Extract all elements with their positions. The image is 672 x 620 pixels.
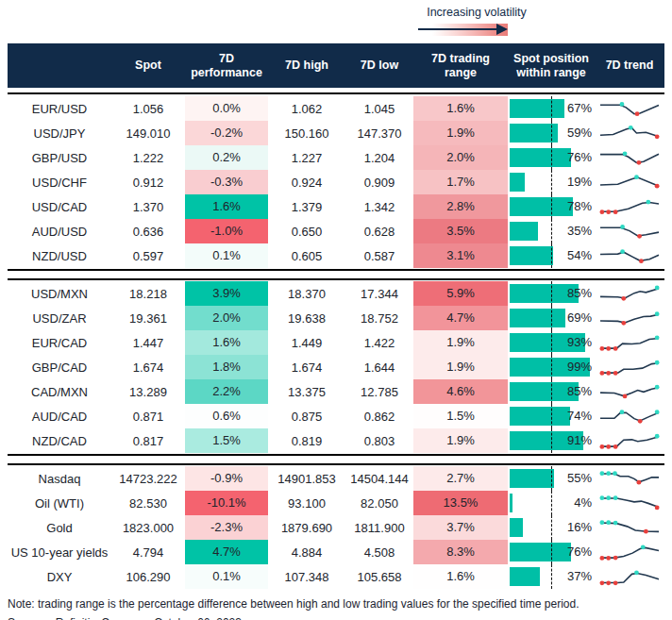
position-value: 55% [567, 466, 592, 491]
sparkline-dot [621, 296, 626, 301]
spot-value: 0.636 [111, 225, 185, 239]
trend-sparkline [598, 492, 661, 514]
performance-cell: -0.2% [185, 121, 268, 145]
position-value: 59% [567, 121, 592, 145]
position-bar [510, 246, 553, 265]
trend-sparkline [598, 405, 661, 427]
performance-cell: -0.3% [185, 170, 268, 194]
position-value: 91% [567, 428, 592, 453]
low-value: 1.342 [345, 200, 413, 214]
spot-position-cell: 59% [508, 121, 595, 145]
table-row: NZD/CAD0.8171.5%0.8190.8031.9%91% [8, 428, 664, 453]
row-label: USD/ZAR [8, 311, 111, 326]
trading-range-cell: 1.6% [413, 96, 508, 121]
sparkline-dot [623, 394, 628, 399]
trading-range-cell: 1.6% [413, 564, 508, 589]
high-value: 0.924 [268, 176, 345, 190]
low-value: 147.370 [345, 126, 413, 141]
sparkline-dot [606, 580, 611, 585]
trend-cell [595, 96, 664, 121]
table-row: USD/CHF0.912-0.3%0.9240.9091.7%19% [8, 170, 664, 194]
row-label: NZD/USD [8, 249, 111, 263]
row-label: Oil (WTI) [8, 496, 111, 511]
header-cell-high: 7D high [268, 59, 345, 72]
trading-range-cell: 2.0% [413, 145, 508, 170]
sparkline-dot [606, 471, 611, 476]
high-value: 1.449 [268, 336, 345, 350]
range-midline [551, 540, 552, 564]
sparkline-dot [655, 385, 660, 390]
trend-cell [595, 428, 664, 453]
sparkline-dot [613, 444, 618, 449]
range-midline [551, 404, 552, 428]
trend-sparkline [598, 565, 661, 588]
trend-sparkline [598, 146, 661, 169]
table-row: GBP/USD1.2220.2%1.2271.2042.0%76% [8, 145, 664, 170]
table-row: AUD/CAD0.8710.6%0.8750.8621.5%74% [8, 404, 664, 428]
performance-cell: 4.7% [185, 540, 268, 564]
trend-cell [595, 243, 664, 268]
trading-range-cell: 2.7% [413, 466, 508, 491]
spot-position-cell: 76% [508, 540, 595, 564]
range-midline [551, 281, 552, 306]
sparkline-dot [637, 160, 642, 165]
high-value: 1.062 [268, 102, 345, 116]
low-value: 4.508 [345, 545, 413, 560]
low-value: 1.644 [345, 360, 413, 375]
high-value: 1.379 [268, 200, 345, 214]
spot-value: 0.817 [111, 434, 185, 448]
range-midline [551, 428, 552, 453]
spot-value: 1.674 [111, 360, 185, 375]
sparkline-dot [634, 570, 639, 575]
low-value: 0.803 [345, 434, 413, 448]
sparkline-dot [606, 371, 611, 376]
row-label: AUD/CAD [8, 410, 111, 424]
performance-cell: 1.6% [185, 194, 268, 219]
trend-sparkline [598, 541, 661, 563]
table-group: USD/MXN18.2183.9%18.37017.3445.9%85%USD/… [8, 281, 664, 453]
position-value: 85% [567, 281, 592, 306]
performance-cell: 0.1% [185, 243, 268, 268]
high-value: 1.674 [268, 360, 345, 375]
sparkline-dot [599, 520, 604, 525]
volatility-legend: Increasing volatility [415, 6, 538, 42]
spot-position-cell: 37% [508, 564, 595, 589]
spot-position-cell: 55% [508, 466, 595, 491]
header-cell-trading-range: 7D trading range [413, 52, 508, 79]
position-value: 93% [567, 330, 592, 355]
position-bar [510, 197, 573, 216]
position-bar [510, 222, 538, 241]
trend-sparkline [598, 331, 661, 354]
header-divider [8, 92, 664, 94]
trend-cell [595, 466, 664, 491]
trading-range-cell: 1.9% [413, 428, 508, 453]
sparkline-dot [655, 434, 660, 439]
low-value: 0.909 [345, 176, 413, 190]
trend-cell [595, 564, 664, 589]
sparkline-dot [620, 102, 625, 107]
sources-line: Sources: Refinitiv, Convera - October 06… [8, 616, 672, 620]
currency-table: Spot 7D performance 7D high 7D low 7D tr… [8, 43, 664, 589]
trend-sparkline [598, 307, 661, 329]
sparkline-dot [621, 321, 626, 326]
spot-value: 13.289 [111, 385, 185, 399]
sparkline-dot [639, 259, 644, 263]
legend-label: Increasing volatility [415, 6, 538, 19]
row-label: Nasdaq [8, 472, 111, 486]
low-value: 1811.900 [345, 521, 413, 535]
high-value: 14901.853 [268, 472, 345, 486]
table-row: AUD/USD0.636-1.0%0.6500.6283.5%35% [8, 219, 664, 243]
high-value: 107.348 [268, 570, 345, 584]
low-value: 1.422 [345, 336, 413, 350]
trading-range-cell: 1.9% [413, 355, 508, 379]
high-value: 0.650 [268, 225, 345, 239]
trading-range-cell: 4.6% [413, 379, 508, 404]
spot-value: 14723.222 [111, 472, 185, 486]
trend-cell [595, 330, 664, 355]
trading-range-cell: 3.7% [413, 515, 508, 540]
trend-sparkline [598, 171, 661, 193]
performance-cell: 1.5% [185, 428, 268, 453]
table-row: US 10-year yields4.7944.7%4.8844.5088.3%… [8, 540, 664, 564]
table-body: EUR/USD1.0560.0%1.0621.0451.6%67%USD/JPY… [8, 96, 664, 589]
trading-range-cell: 5.9% [413, 281, 508, 306]
